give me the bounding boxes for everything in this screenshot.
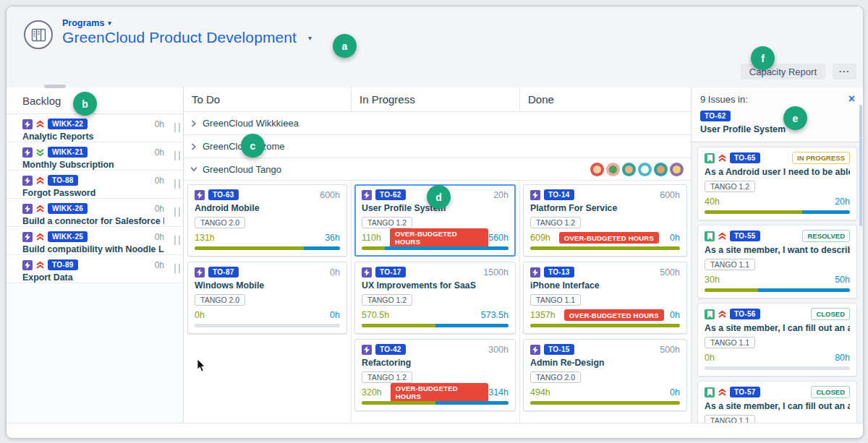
screenshot-stage: Programs ▾ GreenCloud Product Developmen… <box>0 0 868 443</box>
swimlane-wikkkieea[interactable]: GreenCloud Wikkkieea <box>184 112 691 135</box>
parent-issue-key-badge[interactable]: TO-62 <box>700 111 731 121</box>
issue-title: UX Improvements for SaaS <box>362 280 509 291</box>
issue-card[interactable]: TO-17 1500h UX Improvements for SaaS TAN… <box>354 262 516 334</box>
over-budget-badge: OVER-BUDGETED HOURS <box>390 228 488 248</box>
avatar-elf[interactable] <box>654 163 668 176</box>
epic-icon <box>362 267 372 278</box>
avatar-gnome[interactable] <box>622 163 636 176</box>
close-icon[interactable]: × <box>848 93 855 105</box>
version-chip: TANGO 2.0 <box>195 217 245 228</box>
issue-title: Build compatibility with Noodle LMS <box>22 244 164 254</box>
drag-handle[interactable] <box>174 207 180 217</box>
more-options-button[interactable]: ··· <box>833 64 856 79</box>
swimlane-name: GreenCloud Wikkkieea <box>203 118 299 129</box>
avatar-cactus[interactable] <box>606 163 620 176</box>
version-chip: TANGO 1.2 <box>705 181 755 192</box>
annotation-c: c <box>241 134 265 158</box>
column-header-done: Done <box>519 87 691 111</box>
backlog-item[interactable]: WIKK-25 0h Build compatibility with Nood… <box>7 227 183 255</box>
issue-card[interactable]: TO-13 500h iPhone Interface TANGO 1.1 13… <box>523 262 687 334</box>
backlog-item[interactable]: WIKK-26 0h Build a connector for Salesfo… <box>7 199 183 227</box>
avatar-santa[interactable] <box>590 163 604 176</box>
issue-card[interactable]: TO-87 0h Windows Mobile TANGO 2.0 0h OVE… <box>187 262 347 334</box>
chevron-right-icon <box>191 143 197 150</box>
issue-key-badge[interactable]: WIKK-21 <box>48 147 88 158</box>
issue-key-badge[interactable]: TO-13 <box>544 267 574 278</box>
drag-handle[interactable] <box>174 179 180 189</box>
progress-bar <box>195 246 340 250</box>
remaining-hours: 50h <box>835 275 850 285</box>
issue-key-badge[interactable]: TO-63 <box>208 189 239 200</box>
issue-key-badge[interactable]: TO-15 <box>544 344 574 355</box>
epic-icon <box>22 232 33 242</box>
issue-card[interactable]: TO-63 600h Android Mobile TANGO 2.0 131h… <box>187 184 347 257</box>
remaining-hours: 20h <box>835 197 850 207</box>
issue-key-badge[interactable]: WIKK-26 <box>48 203 88 214</box>
issue-card[interactable]: TO-14 600h Platform For Service TANGO 1.… <box>523 184 687 257</box>
panel-scrollbar[interactable] <box>859 105 862 226</box>
version-chip: TANGO 1.2 <box>362 294 412 306</box>
estimate-hours: 500h <box>660 345 680 355</box>
epic-icon <box>22 204 33 214</box>
sidebar-scrollbar[interactable] <box>44 85 66 88</box>
progress-bar <box>705 366 850 370</box>
issue-key-badge[interactable]: WIKK-25 <box>48 231 88 242</box>
backlog-item[interactable]: WIKK-22 0h Analytic Reports <box>7 114 183 142</box>
annotation-e: e <box>783 106 807 130</box>
column-divider <box>351 181 352 423</box>
over-budget-badge: OVER-BUDGETED HOURS <box>559 232 659 244</box>
priority-highest-icon <box>718 232 726 241</box>
issue-card[interactable]: TO-42 300h Refactoring TANGO 1.2 320h OV… <box>354 339 516 411</box>
estimate-hours: 0h <box>330 267 340 278</box>
issue-hours: 0h <box>155 147 164 158</box>
drag-handle[interactable] <box>174 151 180 160</box>
spent-hours: 570.5h <box>362 310 389 320</box>
drag-handle[interactable] <box>174 264 180 273</box>
issue-key-badge[interactable]: TO-56 <box>730 309 760 319</box>
column-header-todo: To Do <box>184 87 351 111</box>
spent-hours: 30h <box>705 275 720 285</box>
epic-icon <box>362 190 372 200</box>
version-chip: TANGO 1.1 <box>705 259 755 270</box>
drag-handle[interactable] <box>174 236 180 245</box>
issue-key-badge[interactable]: TO-42 <box>375 344 406 355</box>
priority-highest-icon <box>36 120 44 129</box>
title-dropdown-icon[interactable]: ▾ <box>308 34 312 42</box>
panel-issue-card[interactable]: TO-57 CLOSED As a site member, I can fil… <box>697 381 857 423</box>
issue-card[interactable]: TO-15 500h Admin Re-Design TANGO 2.0 494… <box>523 339 687 411</box>
version-chip: TANGO 2.0 <box>530 371 581 383</box>
issue-key-badge[interactable]: TO-14 <box>544 189 574 200</box>
content-area: Backlog WIKK-22 0h Analytic Reports WIKK… <box>7 87 863 423</box>
issue-key-badge[interactable]: TO-55 <box>730 231 760 241</box>
backlog-item[interactable]: TO-88 0h Forgot Password <box>7 171 183 199</box>
spent-hours: 1357h <box>530 310 556 320</box>
backlog-item[interactable]: TO-89 0h Export Data <box>7 255 183 283</box>
epic-icon <box>22 119 33 129</box>
issue-key-badge[interactable]: TO-88 <box>48 175 78 186</box>
avatar-prince[interactable] <box>670 163 684 176</box>
issue-key-badge[interactable]: TO-65 <box>730 152 760 163</box>
panel-issue-card[interactable]: TO-56 CLOSED As a site member, I can fil… <box>697 303 857 377</box>
avatar-ghost[interactable] <box>638 163 652 176</box>
backlog-item[interactable]: WIKK-21 0h Monthly Subscription <box>7 142 183 171</box>
breadcrumb-programs[interactable]: Programs ▾ <box>62 18 312 28</box>
issue-key-badge[interactable]: TO-17 <box>375 267 406 278</box>
panel-issue-card[interactable]: TO-55 RESOLVED As a site member, I want … <box>697 225 857 298</box>
issue-key-badge[interactable]: TO-57 <box>730 387 760 397</box>
issue-key-badge[interactable]: TO-62 <box>375 189 406 200</box>
version-chip: TANGO 1.2 <box>362 371 412 383</box>
column-headers: To Do In Progress Done <box>184 87 691 112</box>
priority-highest-icon <box>36 205 44 213</box>
estimate-hours: 300h <box>488 345 509 355</box>
issue-title: As a site member, I want to describe mys… <box>705 245 850 255</box>
priority-lowest-icon <box>36 148 44 157</box>
issue-title: Forgot Password <box>22 188 164 198</box>
drag-handle[interactable] <box>174 123 180 132</box>
panel-issue-card[interactable]: TO-65 IN PROGRESS As a Android user I ne… <box>697 147 857 220</box>
estimate-hours: 1500h <box>483 267 509 278</box>
issue-key-badge[interactable]: WIKK-22 <box>48 119 88 129</box>
issue-key-badge[interactable]: TO-87 <box>208 267 239 278</box>
column-header-inprogress: In Progress <box>351 87 519 111</box>
issue-key-badge[interactable]: TO-89 <box>48 259 78 270</box>
swimlane-tango[interactable]: GreenCloud Tango <box>184 158 691 181</box>
